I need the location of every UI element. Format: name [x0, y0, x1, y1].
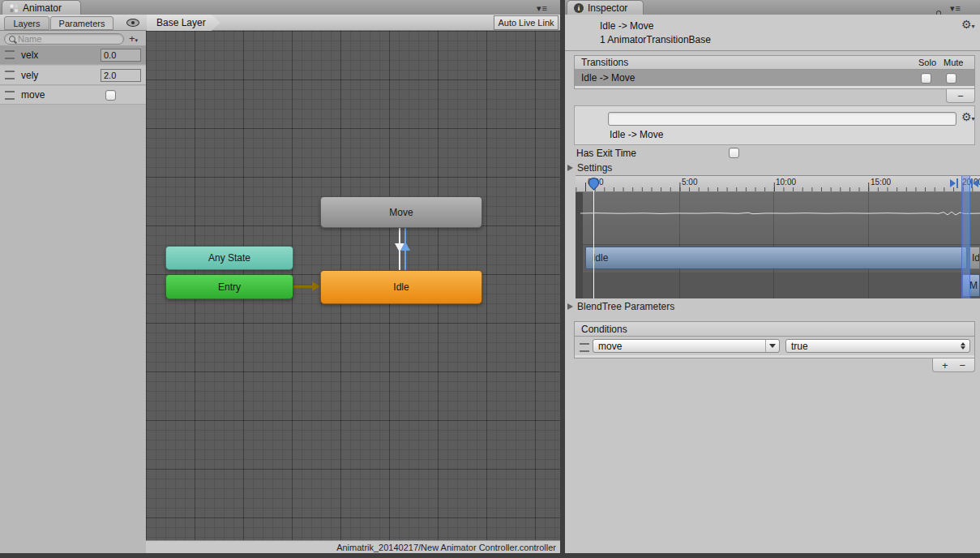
playhead-line	[593, 187, 594, 298]
tick-label: 10:00	[776, 178, 796, 187]
tick-label: 5:00	[682, 178, 697, 187]
inspector-menu-icon[interactable]: ▾≡	[950, 3, 961, 14]
clip-label: Id	[972, 252, 980, 264]
parameter-row-vely[interactable]: vely	[0, 66, 146, 85]
state-node-move[interactable]: Move	[320, 196, 482, 228]
parameter-name: vely	[21, 70, 94, 81]
condition-row[interactable]: move true	[574, 337, 975, 355]
state-node-label: Idle	[393, 281, 409, 293]
gear-icon[interactable]: ⚙▾	[961, 111, 975, 122]
source-clip-idle[interactable]: Idle	[585, 247, 967, 269]
breadcrumb-base-layer[interactable]: Base Layer	[147, 15, 220, 31]
motion-curve	[576, 192, 980, 245]
transition-timeline[interactable]: 0:00 5:00 10:00 15:00 20:00 Idle Id M	[576, 175, 980, 298]
transition-subtitle: 1 AnimatorTransitionBase	[600, 34, 711, 45]
animator-menu-icon[interactable]: ▾≡	[537, 3, 548, 14]
parameter-checkbox[interactable]	[105, 90, 116, 101]
tab-inspector[interactable]: i Inspector	[567, 0, 644, 15]
parameter-name: velx	[21, 49, 94, 61]
state-node-label: Any State	[208, 252, 250, 264]
state-node-label: Entry	[218, 281, 241, 293]
drag-handle-icon[interactable]	[5, 91, 15, 100]
tab-animator[interactable]: Animator	[2, 0, 81, 15]
unity-editor: Animator ▾≡ Layers Parameters Base Layer…	[0, 0, 980, 558]
transition-arrow-up-icon	[400, 242, 410, 251]
transition-end-marker[interactable]	[973, 179, 978, 187]
clip-label: M	[969, 280, 978, 291]
next-clip-idle[interactable]: Id	[969, 247, 980, 269]
state-node-any-state[interactable]: Any State	[165, 246, 293, 270]
drag-handle-icon[interactable]	[5, 71, 15, 79]
mute-column-label: Mute	[944, 58, 968, 67]
drag-handle-icon[interactable]	[580, 343, 589, 352]
transitions-title: Transitions	[581, 57, 918, 68]
conditions-box-header: Conditions	[574, 321, 975, 337]
solo-checkbox[interactable]	[921, 73, 931, 84]
parameter-value-field[interactable]	[101, 69, 141, 82]
drag-handle-icon[interactable]	[5, 50, 15, 59]
tab-parameters-label: Parameters	[59, 19, 105, 28]
animator-tabstrip	[0, 0, 560, 15]
state-node-idle[interactable]: Idle	[320, 270, 482, 304]
transition-start-bar[interactable]	[956, 178, 958, 188]
auto-live-link-button[interactable]: Auto Live Link	[494, 15, 558, 30]
animator-icon	[9, 3, 19, 13]
remove-transition-button[interactable]: −	[946, 89, 975, 103]
entry-arrow-icon	[312, 281, 320, 291]
breadcrumb-label: Base Layer	[156, 17, 206, 28]
transitions-box-footer	[574, 86, 975, 89]
window-bottom-edge	[0, 553, 980, 558]
blendtree-parameters-foldout[interactable]: BlendTree Parameters	[577, 301, 674, 312]
has-exit-time-checkbox[interactable]	[729, 148, 739, 158]
dropdown-arrow-icon	[765, 340, 779, 352]
transition-name-caption: Idle -> Move	[610, 129, 663, 140]
parameters-panel	[0, 31, 146, 558]
eye-icon[interactable]	[126, 19, 139, 27]
search-placeholder: Name	[18, 34, 41, 44]
transition-window-band[interactable]	[961, 176, 970, 298]
plus-icon: +	[129, 32, 135, 45]
parameter-search-field[interactable]: Name	[4, 33, 124, 45]
transition-name-input[interactable]	[608, 112, 956, 126]
timeline-ruler[interactable]: 0:00 5:00 10:00 15:00 20:00	[576, 176, 980, 192]
remove-condition-button[interactable]: −	[960, 359, 966, 371]
transitions-box-header: Transitions Solo Mute	[574, 55, 975, 70]
tab-layers-label: Layers	[13, 19, 40, 28]
parameter-row-velx[interactable]: velx	[0, 45, 146, 65]
transition-list-row[interactable]: Idle -> Move	[574, 70, 975, 86]
window-divider[interactable]	[560, 0, 565, 558]
condition-value-dropdown[interactable]: true	[785, 339, 970, 353]
status-bar: Animatrik_20140217/New Animator Controll…	[146, 540, 560, 553]
transition-title: Idle -> Move	[600, 20, 653, 32]
add-parameter-button[interactable]: +▾	[129, 32, 138, 45]
tab-parameters[interactable]: Parameters	[50, 16, 113, 30]
parameter-row-move[interactable]: move	[0, 86, 146, 105]
tab-inspector-label: Inspector	[588, 2, 627, 14]
condition-parameter-dropdown[interactable]: move	[593, 339, 780, 353]
auto-live-link-label: Auto Live Link	[498, 18, 554, 28]
conditions-box-footer	[574, 355, 975, 358]
conditions-title: Conditions	[581, 324, 627, 335]
add-condition-button[interactable]: +	[942, 359, 948, 371]
transition-start-marker[interactable]	[950, 179, 956, 187]
state-node-label: Move	[389, 207, 413, 218]
parameter-value-field[interactable]	[101, 49, 141, 62]
disclosure-triangle-icon[interactable]	[567, 165, 573, 171]
mute-checkbox[interactable]	[946, 73, 956, 84]
tab-animator-label: Animator	[23, 2, 62, 14]
updown-arrow-icon	[956, 342, 969, 350]
tab-layers[interactable]: Layers	[4, 16, 49, 30]
clip-label: Idle	[593, 252, 608, 264]
has-exit-time-label: Has Exit Time	[576, 148, 636, 159]
disclosure-triangle-icon[interactable]	[567, 303, 573, 310]
settings-foldout[interactable]: Settings	[577, 162, 612, 174]
target-clip-row	[576, 273, 980, 298]
entry-transition-line[interactable]	[293, 285, 313, 288]
state-node-entry[interactable]: Entry	[165, 274, 293, 299]
transition-row-label: Idle -> Move	[581, 72, 921, 84]
tick-label: 15:00	[871, 178, 891, 187]
gear-icon[interactable]: ⚙▾	[961, 19, 975, 30]
condition-parameter-value: move	[593, 341, 765, 352]
state-machine-graph[interactable]: Move Any State Entry Idle	[146, 31, 560, 540]
condition-value: true	[786, 341, 956, 352]
